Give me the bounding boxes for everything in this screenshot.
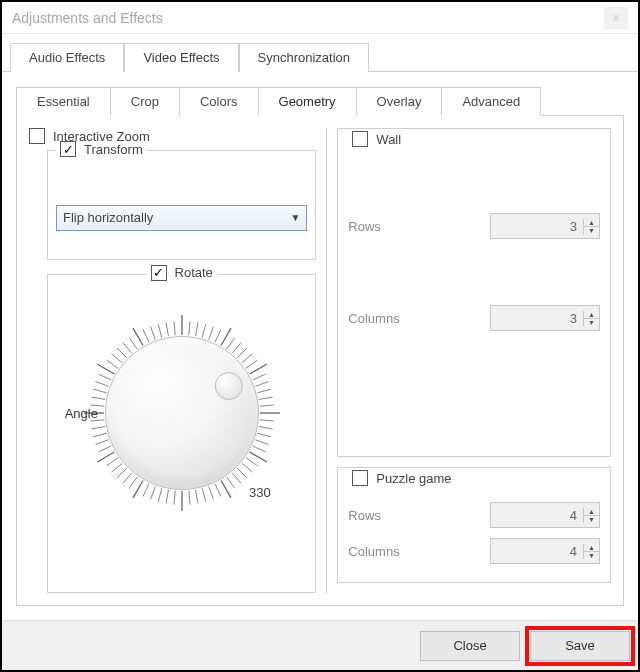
svg-line-1 xyxy=(188,321,189,335)
svg-line-6 xyxy=(221,328,231,345)
puzzle-cols-value: 4 xyxy=(491,544,583,559)
wall-cols-spinner[interactable]: 3 ▲▼ xyxy=(490,305,600,331)
sub-tab-colors[interactable]: Colors xyxy=(179,87,259,116)
svg-line-44 xyxy=(123,473,132,484)
svg-line-61 xyxy=(106,360,117,368)
puzzle-group: Puzzle game Rows 4 ▲▼ Columns 4 ▲▼ xyxy=(337,467,611,583)
transform-group: Transform Flip horizontally ▼ xyxy=(47,150,316,260)
spin-down-icon[interactable]: ▼ xyxy=(584,319,599,326)
wall-checkbox[interactable] xyxy=(352,131,368,147)
svg-line-62 xyxy=(111,354,122,363)
wall-cols-value: 3 xyxy=(491,311,583,326)
svg-line-50 xyxy=(95,440,108,445)
svg-line-16 xyxy=(258,397,272,399)
svg-line-10 xyxy=(241,354,252,363)
puzzle-rows-value: 4 xyxy=(491,508,583,523)
wall-cols-row: Columns 3 ▲▼ xyxy=(348,305,600,331)
svg-line-49 xyxy=(98,446,111,452)
puzzle-cols-label: Columns xyxy=(348,544,399,559)
svg-line-23 xyxy=(252,446,265,452)
wall-group: Wall Rows 3 ▲▼ Columns 3 ▲▼ xyxy=(337,128,611,457)
angle-dial[interactable]: Angle 330 xyxy=(67,298,297,528)
transform-combo[interactable]: Flip horizontally ▼ xyxy=(56,205,307,231)
puzzle-checkbox[interactable] xyxy=(352,470,368,486)
svg-line-43 xyxy=(129,477,137,488)
dial-knob-icon xyxy=(214,372,242,400)
svg-line-28 xyxy=(232,473,241,484)
transform-label: Transform xyxy=(84,142,143,157)
close-button[interactable]: Close xyxy=(420,631,520,661)
svg-line-12 xyxy=(249,364,266,374)
svg-line-15 xyxy=(257,389,271,393)
puzzle-rows-label: Rows xyxy=(348,508,381,523)
wall-rows-spinner[interactable]: 3 ▲▼ xyxy=(490,213,600,239)
spin-down-icon[interactable]: ▼ xyxy=(584,227,599,234)
svg-line-46 xyxy=(111,463,122,472)
svg-line-3 xyxy=(202,324,206,338)
svg-line-8 xyxy=(232,343,241,354)
svg-line-66 xyxy=(133,328,143,345)
tab-video-effects[interactable]: Video Effects xyxy=(124,43,238,72)
titlebar: Adjustments and Effects × xyxy=(2,2,638,34)
svg-line-7 xyxy=(226,338,234,349)
svg-line-30 xyxy=(221,481,231,498)
main-tab-bar: Audio Effects Video Effects Synchronizat… xyxy=(2,34,638,72)
sub-tab-geometry[interactable]: Geometry xyxy=(258,87,357,116)
wall-rows-row: Rows 3 ▲▼ xyxy=(348,213,600,239)
svg-line-64 xyxy=(123,343,132,354)
spin-down-icon[interactable]: ▼ xyxy=(584,552,599,559)
tab-audio-effects[interactable]: Audio Effects xyxy=(10,43,124,72)
svg-line-33 xyxy=(202,488,206,502)
content-area: Essential Crop Colors Geometry Overlay A… xyxy=(2,72,638,606)
sub-tab-overlay[interactable]: Overlay xyxy=(356,87,443,116)
svg-line-41 xyxy=(143,484,149,497)
svg-line-56 xyxy=(91,397,105,399)
svg-line-68 xyxy=(150,327,155,340)
spin-up-icon[interactable]: ▲ xyxy=(584,219,599,227)
svg-line-51 xyxy=(93,433,107,437)
right-column: Wall Rows 3 ▲▼ Columns 3 ▲▼ xyxy=(326,128,611,593)
spin-down-icon[interactable]: ▼ xyxy=(584,516,599,523)
svg-line-70 xyxy=(166,322,168,336)
wall-rows-value: 3 xyxy=(491,219,583,234)
spin-up-icon[interactable]: ▲ xyxy=(584,508,599,516)
svg-line-63 xyxy=(117,348,127,358)
puzzle-rows-spinner[interactable]: 4 ▲▼ xyxy=(490,502,600,528)
svg-line-71 xyxy=(174,321,175,335)
tab-synchronization[interactable]: Synchronization xyxy=(239,43,370,72)
sub-tab-bar: Essential Crop Colors Geometry Overlay A… xyxy=(16,86,624,116)
svg-line-39 xyxy=(158,488,162,502)
wall-label: Wall xyxy=(376,132,401,147)
close-icon[interactable]: × xyxy=(604,7,628,29)
geometry-panel: Interactive Zoom Transform Flip horizont… xyxy=(16,116,624,606)
spin-up-icon[interactable]: ▲ xyxy=(584,311,599,319)
svg-line-32 xyxy=(208,486,213,499)
puzzle-rows-row: Rows 4 ▲▼ xyxy=(348,502,600,528)
svg-line-11 xyxy=(246,360,257,368)
puzzle-cols-row: Columns 4 ▲▼ xyxy=(348,538,600,564)
svg-line-42 xyxy=(133,481,143,498)
svg-line-45 xyxy=(117,468,127,478)
window-title: Adjustments and Effects xyxy=(12,10,163,26)
svg-line-60 xyxy=(97,364,114,374)
svg-line-58 xyxy=(95,382,108,387)
svg-line-48 xyxy=(97,452,114,462)
svg-line-14 xyxy=(255,382,268,387)
svg-line-20 xyxy=(258,427,272,429)
svg-line-17 xyxy=(259,405,273,406)
angle-value: 330 xyxy=(249,485,271,500)
sub-tab-essential[interactable]: Essential xyxy=(16,87,111,116)
sub-tab-crop[interactable]: Crop xyxy=(110,87,180,116)
save-button[interactable]: Save xyxy=(530,631,630,661)
sub-tab-advanced[interactable]: Advanced xyxy=(441,87,541,116)
rotate-checkbox[interactable] xyxy=(151,265,167,281)
svg-line-2 xyxy=(195,322,197,336)
spin-up-icon[interactable]: ▲ xyxy=(584,544,599,552)
svg-line-13 xyxy=(252,374,265,380)
svg-line-26 xyxy=(241,463,252,472)
wall-cols-label: Columns xyxy=(348,311,399,326)
transform-checkbox[interactable] xyxy=(60,141,76,157)
interactive-zoom-checkbox[interactable] xyxy=(29,128,45,144)
puzzle-cols-spinner[interactable]: 4 ▲▼ xyxy=(490,538,600,564)
svg-line-31 xyxy=(215,484,221,497)
